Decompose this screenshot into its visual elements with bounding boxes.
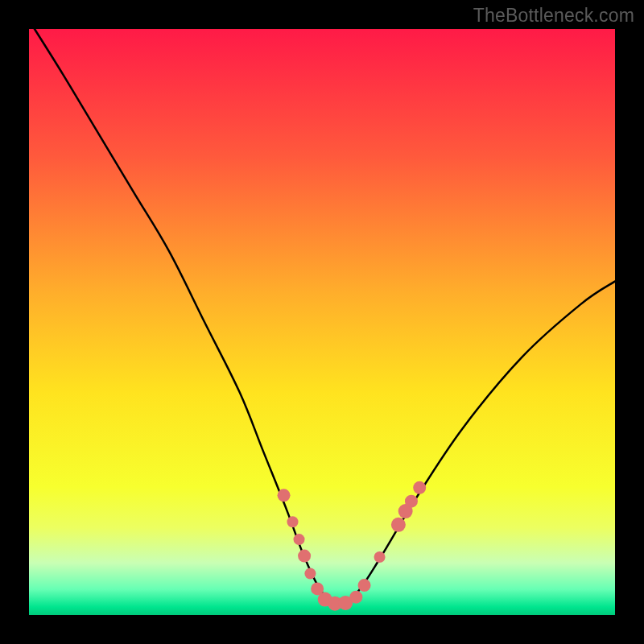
- curve-marker: [358, 579, 371, 592]
- watermark-text: TheBottleneck.com: [473, 5, 634, 27]
- curve-marker: [391, 518, 406, 532]
- curve-marker: [304, 568, 316, 579]
- curve-marker: [287, 516, 299, 527]
- curve-marker: [294, 534, 305, 545]
- chart-svg: [0, 0, 644, 644]
- plot-background: [28, 28, 616, 616]
- curve-marker: [349, 591, 362, 604]
- curve-marker: [278, 489, 291, 502]
- chart-frame: TheBottleneck.com: [0, 0, 644, 644]
- curve-marker: [374, 551, 386, 563]
- curve-marker: [413, 481, 426, 494]
- curve-marker: [405, 495, 418, 508]
- curve-marker: [298, 550, 311, 563]
